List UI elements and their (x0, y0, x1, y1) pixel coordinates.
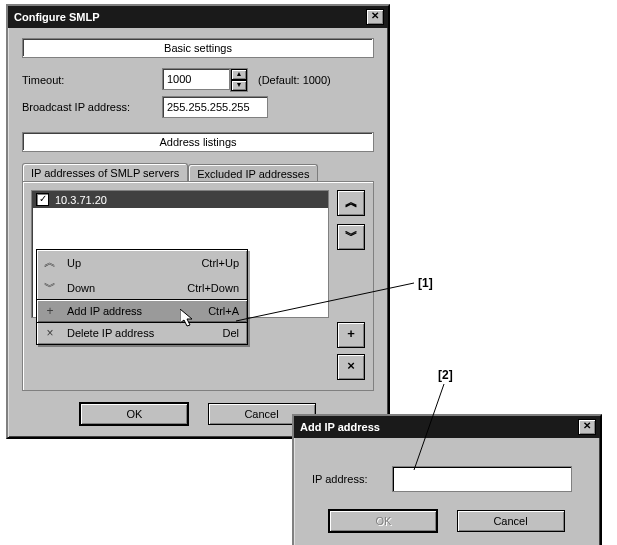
dialog-title: Configure SMLP (14, 11, 100, 23)
checkbox-icon[interactable]: ✓ (36, 193, 49, 206)
address-listings-header: Address listings (22, 132, 374, 152)
move-down-button[interactable]: ︾ (337, 224, 365, 250)
list-item[interactable]: ✓ 10.3.71.20 (32, 191, 328, 208)
menu-item-down[interactable]: ︾ Down Ctrl+Down (37, 275, 247, 300)
timeout-spinner[interactable]: ▲ ▼ (230, 68, 248, 92)
menu-item-add-ip[interactable]: + Add IP address Ctrl+A (36, 299, 248, 323)
remove-button[interactable]: × (337, 354, 365, 380)
timeout-default-text: (Default: 1000) (258, 74, 331, 86)
tab-smlp-servers[interactable]: IP addresses of SMLP servers (22, 163, 188, 182)
broadcast-input[interactable] (162, 96, 268, 118)
ip-address-input[interactable] (392, 466, 572, 492)
plus-icon: + (41, 304, 59, 318)
context-menu: ︽ Up Ctrl+Up ︾ Down Ctrl+Down + (36, 249, 248, 345)
broadcast-label: Broadcast IP address: (22, 101, 162, 113)
configure-smlp-dialog: Configure SMLP ✕ Basic settings Timeout:… (6, 4, 390, 439)
ip-listbox[interactable]: ✓ 10.3.71.20 ︽ Up Ctrl+Up ︾ (31, 190, 329, 318)
ok-button[interactable]: OK (329, 510, 437, 532)
callout-1: [1] (418, 276, 433, 290)
add-button[interactable]: + (337, 322, 365, 348)
spin-down-icon[interactable]: ▼ (231, 80, 247, 91)
add-ip-dialog: Add IP address ✕ IP address: OK Cancel (292, 414, 602, 545)
callout-2: [2] (438, 368, 453, 382)
ok-button[interactable]: OK (80, 403, 188, 425)
menu-item-up[interactable]: ︽ Up Ctrl+Up (37, 250, 247, 275)
chevron-double-down-icon: ︾ (41, 279, 59, 296)
ip-address-label: IP address: (312, 473, 392, 485)
close-icon[interactable]: ✕ (578, 419, 596, 435)
timeout-label: Timeout: (22, 74, 162, 86)
titlebar[interactable]: Add IP address ✕ (294, 416, 600, 438)
list-item-label: 10.3.71.20 (55, 194, 107, 206)
move-top-button[interactable]: ︽ (337, 190, 365, 216)
tab-panel: ✓ 10.3.71.20 ︽ Up Ctrl+Up ︾ (22, 181, 374, 391)
chevron-double-up-icon: ︽ (41, 254, 59, 271)
titlebar[interactable]: Configure SMLP ✕ (8, 6, 388, 28)
dialog-title: Add IP address (300, 421, 380, 433)
basic-settings-header: Basic settings (22, 38, 374, 58)
menu-item-delete-ip[interactable]: × Delete IP address Del (37, 322, 247, 344)
delete-icon: × (41, 326, 59, 340)
timeout-input[interactable] (162, 68, 230, 90)
close-icon[interactable]: ✕ (366, 9, 384, 25)
spin-up-icon[interactable]: ▲ (231, 69, 247, 80)
cancel-button[interactable]: Cancel (457, 510, 565, 532)
